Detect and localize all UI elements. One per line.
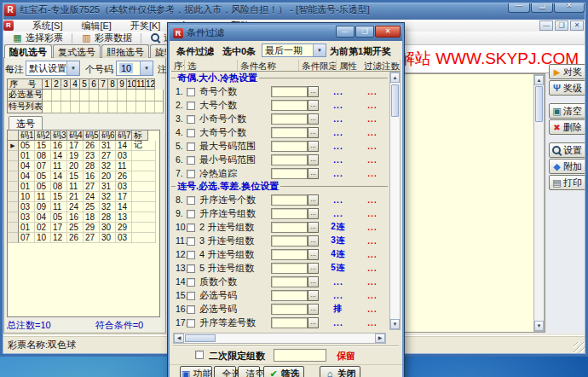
filter-row[interactable]: 1. 奇号个数 ... ... ... (171, 84, 388, 98)
attribute-value[interactable]: ... (320, 209, 357, 218)
row-selector[interactable] (8, 151, 19, 161)
maximize-icon[interactable]: ❑ (531, 0, 553, 13)
row-selector[interactable] (8, 212, 19, 223)
row-checkbox[interactable] (187, 278, 195, 287)
filter-row[interactable]: 10. 2 升连号组数 ... 2连 ... (171, 220, 388, 234)
row-checkbox[interactable] (187, 88, 195, 96)
attribute-value[interactable]: ... (320, 87, 357, 96)
scroll-left-icon[interactable]: ◀ (174, 334, 184, 343)
attribute-value[interactable]: 排 (320, 303, 357, 315)
condition-input[interactable] (271, 304, 308, 315)
filtered-count-value[interactable]: ... (357, 277, 388, 287)
filtered-count-value[interactable]: ... (357, 87, 388, 96)
browse-button[interactable]: ... (308, 154, 319, 165)
column-header[interactable]: 码3 (51, 130, 67, 141)
period-combo[interactable]: 最后一期 ▼ (262, 44, 326, 57)
table-row[interactable]: 07 10 12 26 27 30 03 (8, 233, 159, 243)
row-selector[interactable] (8, 202, 19, 212)
results-scrollbar[interactable]: ▲ ▼ (533, 74, 545, 332)
row-checkbox[interactable] (187, 319, 195, 328)
attribute-value[interactable]: ... (320, 195, 357, 205)
preset-combo[interactable]: 默认设置 ▼ (26, 61, 80, 76)
browse-button[interactable]: ... (308, 276, 319, 287)
row-checkbox[interactable] (187, 142, 195, 151)
filtered-count-value[interactable]: ... (357, 236, 388, 246)
condition-input[interactable] (271, 317, 308, 328)
attribute-value[interactable]: ... (320, 114, 357, 124)
chevron-down-icon[interactable]: ▼ (313, 44, 326, 56)
filtered-count-value[interactable]: ... (357, 195, 388, 205)
browse-button[interactable]: ... (308, 208, 319, 219)
filter-row[interactable]: 12. 4 升连号组数 ... 4连 ... (171, 247, 388, 261)
column-header[interactable]: 属性 (337, 60, 361, 71)
chevron-down-icon[interactable]: ▼ (66, 61, 79, 75)
column-header[interactable]: 码7 (116, 130, 132, 141)
row-selector[interactable]: ▶ (8, 141, 19, 151)
browse-button[interactable]: ... (308, 141, 319, 152)
condition-input[interactable] (271, 141, 308, 152)
filter-list-scrollbar[interactable]: ▲ ▼ (389, 72, 401, 330)
row-checkbox[interactable] (187, 264, 195, 273)
tab-select-numbers[interactable]: 选号 (9, 116, 43, 130)
browse-button[interactable]: ... (308, 235, 319, 246)
row-selector[interactable] (8, 223, 19, 233)
filtered-count-value[interactable]: ... (357, 114, 388, 124)
filter-row[interactable]: 15. 必选号码 ... ... ... (171, 288, 388, 302)
dialog-button[interactable]: 清空 (238, 366, 260, 377)
attribute-value[interactable]: 4连 (320, 248, 357, 260)
condition-input[interactable] (271, 249, 308, 260)
dialog-button[interactable]: 功能 (180, 366, 212, 377)
column-header[interactable]: 码6 (100, 130, 116, 141)
column-header[interactable]: 过滤注数 (361, 60, 401, 71)
scrollbar-thumb[interactable] (535, 86, 543, 122)
chevron-down-icon[interactable]: ▼ (140, 61, 153, 75)
filter-row[interactable]: 4. 大奇号个数 ... ... ... (171, 125, 388, 139)
mdi-restore-icon[interactable]: ❑ (555, 20, 568, 31)
attribute-value[interactable]: ... (320, 318, 357, 328)
condition-input[interactable] (271, 290, 308, 301)
column-header[interactable]: 序号 (171, 60, 185, 71)
browse-button[interactable]: ... (308, 194, 319, 206)
browse-button[interactable]: ... (308, 113, 319, 125)
mode-tab[interactable]: 随机选号 (4, 44, 52, 58)
browse-button[interactable]: ... (308, 317, 319, 328)
column-header[interactable]: 标记 (132, 130, 148, 141)
count-combo[interactable]: 10 ▼ (116, 61, 153, 76)
filtered-count-value[interactable]: ... (357, 318, 388, 328)
condition-input[interactable] (271, 100, 308, 111)
condition-input[interactable] (271, 222, 308, 233)
filter-row[interactable]: 14. 质数个数 ... ... ... (171, 275, 388, 288)
toolbar-button[interactable]: 选择彩票 (5, 32, 70, 44)
condition-input[interactable] (271, 263, 308, 274)
side-button[interactable]: 设置 (549, 142, 586, 158)
filter-row[interactable]: 16. 必选号码 ... 排 ... (171, 302, 388, 316)
side-button[interactable]: 清空 (549, 103, 586, 119)
filter-row[interactable]: 8. 升序连号个数 ... ... ... (171, 193, 388, 206)
filtered-count-value[interactable]: ... (357, 142, 388, 151)
attribute-value[interactable]: ... (320, 291, 357, 300)
filter-row[interactable]: 13. 5 升连号组数 ... 5连 ... (171, 261, 388, 275)
filtered-count-value[interactable]: ... (357, 101, 388, 110)
menu-item[interactable]: 编辑[E] (81, 20, 111, 32)
filter-row[interactable]: 2. 大号个数 ... ... ... (171, 98, 388, 112)
dialog-button[interactable]: 关闭 (320, 366, 360, 377)
browse-button[interactable]: ... (308, 168, 319, 179)
filter-horizontal-scrollbar[interactable]: ◀ ▶ (173, 333, 386, 344)
side-button[interactable]: 奖级 (549, 80, 586, 96)
filtered-count-value[interactable]: ... (357, 223, 388, 232)
row-checkbox[interactable] (187, 129, 195, 137)
row-checkbox[interactable] (187, 223, 195, 232)
limit-checkbox[interactable] (195, 351, 204, 359)
filter-row[interactable]: 7. 冷热追踪 ... ... ... (171, 166, 388, 180)
table-row[interactable]: 03 09 11 24 25 32 14 (8, 202, 159, 212)
row-checkbox[interactable] (187, 102, 195, 110)
attribute-value[interactable]: ... (320, 142, 357, 151)
condition-input[interactable] (271, 208, 308, 219)
filtered-count-value[interactable]: ... (357, 304, 388, 314)
condition-input[interactable] (271, 194, 308, 206)
scroll-up-icon[interactable]: ▲ (534, 75, 544, 85)
table-row[interactable]: ▶ 05 15 16 17 26 31 14 (8, 141, 159, 151)
filtered-count-value[interactable]: ... (357, 209, 388, 218)
mode-tab[interactable]: 胆拖选号 (101, 44, 149, 58)
filtered-count-value[interactable]: ... (357, 250, 388, 259)
